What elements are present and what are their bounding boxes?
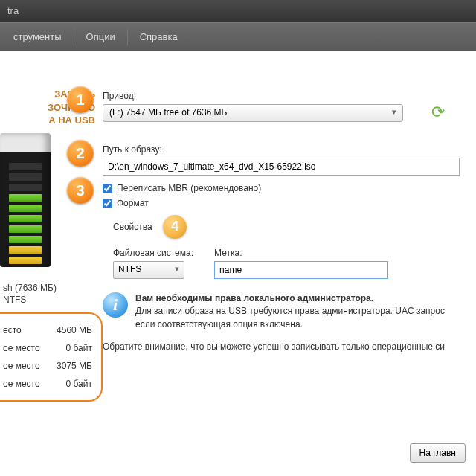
titlebar: tra [0,0,476,22]
image-path-input[interactable] [103,158,460,176]
info-text: Вам необходимы права локального админист… [135,292,445,331]
menu-options[interactable]: Опции [76,27,126,47]
step-badge-4: 4 [163,215,187,239]
image-path-label: Путь к образу: [103,144,467,155]
properties-heading: Свойства [113,222,152,232]
usb-body-icon [0,133,51,267]
menu-tools[interactable]: струменты [3,27,72,47]
refresh-icon[interactable]: ⟳ [431,103,445,122]
filesystem-label: Файловая система: [113,248,193,258]
right-column: 1 Привод: (F:) 7547 МБ free of 7636 МБ ⟳… [103,91,476,352]
stat-row: ое место3075 МБ [0,357,95,375]
menu-help[interactable]: Справка [129,27,188,47]
step-badge-3: 3 [67,177,94,204]
menubar: струменты Опции Справка [0,22,476,51]
info-box: i Вам необходимы права локального админи… [103,292,467,331]
menu-separator [127,29,128,45]
stat-row: есто4560 МБ [0,321,95,339]
stat-row: ое место0 байт [0,375,95,393]
left-column: ЗАПИСЬ ЗОЧНОГО А НА USB sh (7636 МБ) NTF… [0,88,103,402]
rewrite-mbr-checkbox[interactable] [103,184,112,193]
format-checkbox[interactable] [103,199,112,208]
menu-separator [74,29,74,45]
stats-box: есто4560 МБ ое место0 байт ое место3075 … [0,312,103,402]
drive-label: Привод: [103,91,467,101]
window-title: tra [7,5,19,16]
step-badge-1: 1 [67,86,94,113]
volume-label-input[interactable] [214,261,388,279]
stat-row: ое место0 байт [0,339,95,357]
info-icon: i [103,292,128,318]
home-button[interactable]: На главн [410,443,466,463]
content-area: ЗАПИСЬ ЗОЧНОГО А НА USB sh (7636 МБ) NTF… [0,51,476,476]
step-badge-2: 2 [67,140,94,167]
rewrite-mbr-label: Переписать MBR (рекомендовано) [117,183,261,193]
volume-label-label: Метка: [214,248,388,258]
note-text: Обратите внимание, что вы можете успешно… [103,341,467,352]
drive-name: sh (7636 МБ) [0,278,103,293]
drive-filesystem: NTFS [0,293,103,305]
format-label: Формат [117,198,149,208]
drive-select[interactable]: (F:) 7547 МБ free of 7636 МБ [103,104,403,122]
filesystem-select[interactable]: NTFS [113,261,184,279]
